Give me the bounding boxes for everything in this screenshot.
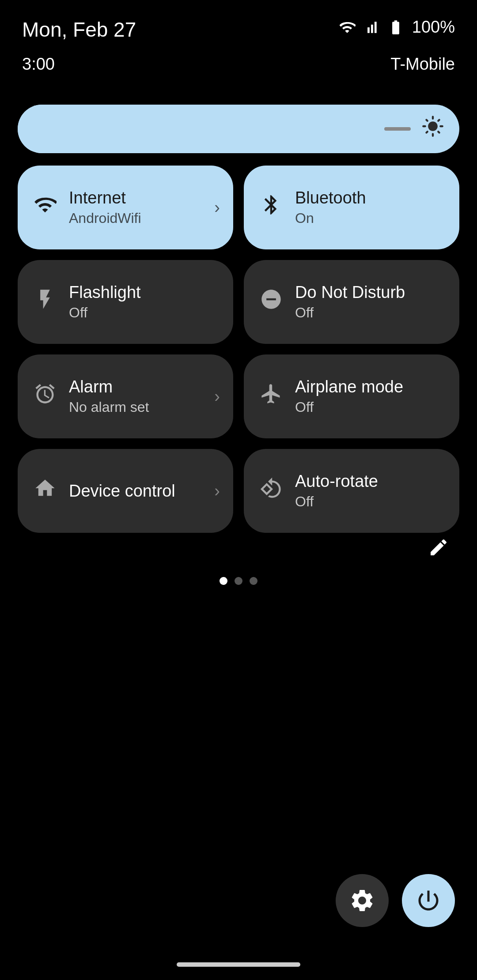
device-control-tile[interactable]: Device control › [18, 449, 233, 533]
bluetooth-subtitle: On [295, 210, 366, 226]
alarm-arrow: › [214, 387, 220, 406]
alarm-title: Alarm [69, 377, 149, 396]
bluetooth-tile[interactable]: Bluetooth On [244, 166, 459, 249]
dnd-title: Do Not Disturb [295, 283, 405, 302]
bluetooth-tile-icon [260, 193, 283, 222]
airplane-tile-text: Airplane mode Off [295, 377, 403, 415]
device-tile-icon [34, 477, 57, 505]
carrier-name: T-Mobile [390, 55, 455, 74]
quick-settings-panel: Internet AndroidWifi › Bluetooth On [0, 105, 477, 585]
status-date: Mon, Feb 27 [22, 18, 136, 41]
device-tile-text: Device control [69, 482, 175, 501]
device-title: Device control [69, 482, 175, 501]
brightness-slider[interactable] [18, 105, 459, 153]
rotate-title: Auto-rotate [295, 472, 378, 491]
internet-tile[interactable]: Internet AndroidWifi › [18, 166, 233, 249]
dnd-tile-text: Do Not Disturb Off [295, 283, 405, 321]
rotate-subtitle: Off [295, 494, 378, 510]
wifi-tile-icon [34, 193, 57, 222]
flashlight-tile[interactable]: Flashlight Off [18, 260, 233, 344]
home-indicator[interactable] [177, 962, 300, 967]
wifi-icon [339, 19, 356, 36]
brightness-fill [18, 105, 305, 153]
internet-arrow: › [214, 198, 220, 217]
rotate-tile-icon [260, 477, 283, 505]
airplane-tile[interactable]: Airplane mode Off [244, 354, 459, 438]
signal-icon [363, 19, 379, 36]
status-bar: Mon, Feb 27 100% [0, 0, 477, 50]
power-button[interactable] [402, 874, 455, 927]
alarm-tile[interactable]: Alarm No alarm set › [18, 354, 233, 438]
page-dot-3[interactable] [250, 577, 257, 585]
dnd-tile-icon [260, 288, 283, 316]
battery-percentage: 100% [412, 18, 455, 37]
bottom-buttons [336, 874, 455, 927]
bluetooth-title: Bluetooth [295, 188, 366, 207]
brightness-track[interactable] [384, 127, 411, 131]
dnd-tile[interactable]: Do Not Disturb Off [244, 260, 459, 344]
alarm-tile-text: Alarm No alarm set [69, 377, 149, 415]
flashlight-tile-text: Flashlight Off [69, 283, 141, 321]
rotate-tile-text: Auto-rotate Off [295, 472, 378, 510]
autorotate-tile[interactable]: Auto-rotate Off [244, 449, 459, 533]
status-icons: 100% [339, 18, 455, 37]
alarm-tile-icon [34, 382, 57, 411]
flashlight-tile-icon [34, 288, 57, 316]
page-dot-2[interactable] [235, 577, 242, 585]
edit-button[interactable] [422, 531, 455, 564]
internet-subtitle: AndroidWifi [69, 210, 141, 226]
settings-button[interactable] [336, 874, 389, 927]
device-arrow: › [214, 482, 220, 501]
tiles-grid: Internet AndroidWifi › Bluetooth On [18, 166, 459, 533]
time-row: 3:00 T-Mobile [0, 50, 477, 105]
airplane-tile-icon [260, 382, 283, 411]
bluetooth-tile-text: Bluetooth On [295, 188, 366, 226]
airplane-title: Airplane mode [295, 377, 403, 396]
flashlight-title: Flashlight [69, 283, 141, 302]
page-dot-1[interactable] [220, 577, 227, 585]
brightness-icon [421, 115, 444, 143]
battery-icon [386, 19, 405, 36]
internet-title: Internet [69, 188, 141, 207]
flashlight-subtitle: Off [69, 305, 141, 321]
alarm-subtitle: No alarm set [69, 399, 149, 415]
airplane-subtitle: Off [295, 399, 403, 415]
page-indicators [220, 577, 257, 585]
internet-tile-text: Internet AndroidWifi [69, 188, 141, 226]
dnd-subtitle: Off [295, 305, 405, 321]
status-time: 3:00 [22, 50, 77, 78]
